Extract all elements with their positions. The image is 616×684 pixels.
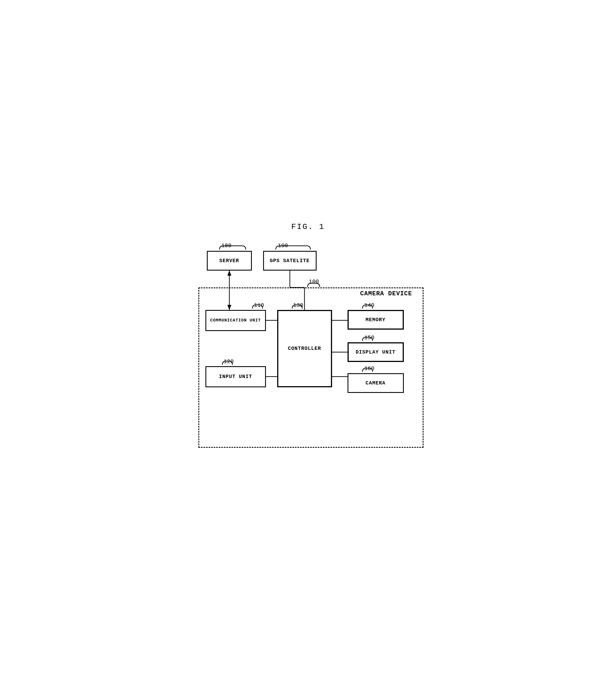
ref-140: 140 [365, 302, 375, 309]
ref-100: 100 [309, 278, 319, 285]
camera-box: CAMERA [348, 373, 404, 393]
diagram-area: CAMERA DEVICE 100 SERVER 180 GPS SATELIT… [181, 243, 435, 462]
gps-box: GPS SATELITE [263, 251, 316, 271]
server-box: SERVER [207, 251, 252, 271]
diagram-container: FIG. 1 [181, 223, 435, 462]
communication-unit-box: COMMUNICATION UNIT [205, 310, 266, 331]
ref-130: 130 [293, 302, 303, 309]
display-unit-box: DISPLAY UNIT [348, 342, 404, 362]
controller-box: CONTROLLER [277, 310, 332, 387]
ref-160: 160 [365, 365, 375, 372]
fig-title: FIG. 1 [181, 223, 435, 231]
ref-120: 120 [224, 358, 234, 365]
input-unit-box: INPUT UNIT [205, 366, 266, 387]
camera-device-label: CAMERA DEVICE [360, 290, 412, 297]
svg-marker-1 [227, 271, 231, 276]
ref-180: 180 [221, 243, 232, 249]
ref-190: 190 [278, 243, 288, 249]
ref-150: 150 [365, 335, 375, 341]
ref-110: 110 [254, 302, 264, 309]
memory-box: MEMORY [348, 310, 404, 329]
